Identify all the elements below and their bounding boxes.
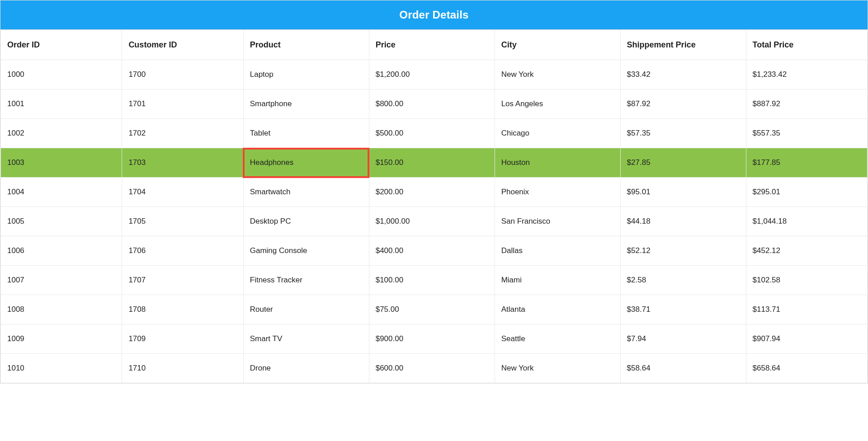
cell-shipment[interactable]: $7.94	[620, 324, 746, 354]
cell-city[interactable]: Seattle	[495, 324, 620, 354]
cell-product[interactable]: Headphones	[243, 148, 369, 178]
cell-customerId[interactable]: 1709	[122, 324, 243, 354]
cell-product[interactable]: Drone	[243, 354, 369, 383]
table-row[interactable]: 10071707Fitness Tracker$100.00Miami$2.58…	[1, 266, 868, 295]
cell-orderId[interactable]: 1010	[1, 354, 122, 383]
cell-total[interactable]: $113.71	[746, 295, 867, 324]
cell-total[interactable]: $177.85	[746, 148, 867, 178]
col-header-total[interactable]: Total Price	[746, 30, 867, 60]
cell-shipment[interactable]: $57.35	[620, 119, 746, 148]
cell-shipment[interactable]: $27.85	[620, 148, 746, 178]
cell-total[interactable]: $1,044.18	[746, 207, 867, 236]
col-header-product[interactable]: Product	[243, 30, 369, 60]
col-header-city[interactable]: City	[495, 30, 620, 60]
cell-orderId[interactable]: 1003	[1, 148, 122, 178]
cell-shipment[interactable]: $52.12	[620, 236, 746, 266]
cell-orderId[interactable]: 1000	[1, 60, 122, 89]
cell-shipment[interactable]: $38.71	[620, 295, 746, 324]
table-row[interactable]: 10101710Drone$600.00New York$58.64$658.6…	[1, 354, 868, 383]
cell-total[interactable]: $907.94	[746, 324, 867, 354]
col-header-price[interactable]: Price	[369, 30, 495, 60]
cell-total[interactable]: $557.35	[746, 119, 867, 148]
cell-product[interactable]: Fitness Tracker	[243, 266, 369, 295]
cell-city[interactable]: Phoenix	[495, 178, 620, 207]
cell-customerId[interactable]: 1708	[122, 295, 243, 324]
cell-product[interactable]: Smartwatch	[243, 178, 369, 207]
table-body: 10001700Laptop$1,200.00New York$33.42$1,…	[1, 60, 868, 383]
cell-city[interactable]: New York	[495, 354, 620, 383]
cell-shipment[interactable]: $87.92	[620, 89, 746, 119]
cell-price[interactable]: $1,000.00	[369, 207, 495, 236]
cell-total[interactable]: $658.64	[746, 354, 867, 383]
cell-price[interactable]: $75.00	[369, 295, 495, 324]
cell-price[interactable]: $1,200.00	[369, 60, 495, 89]
cell-total[interactable]: $887.92	[746, 89, 867, 119]
cell-customerId[interactable]: 1707	[122, 266, 243, 295]
cell-city[interactable]: New York	[495, 60, 620, 89]
cell-shipment[interactable]: $44.18	[620, 207, 746, 236]
cell-orderId[interactable]: 1001	[1, 89, 122, 119]
cell-city[interactable]: Miami	[495, 266, 620, 295]
cell-price[interactable]: $400.00	[369, 236, 495, 266]
cell-product[interactable]: Smart TV	[243, 324, 369, 354]
table-header: Order ID Customer ID Product Price City …	[1, 30, 868, 60]
cell-product[interactable]: Gaming Console	[243, 236, 369, 266]
cell-product[interactable]: Laptop	[243, 60, 369, 89]
cell-orderId[interactable]: 1007	[1, 266, 122, 295]
table-row[interactable]: 10061706Gaming Console$400.00Dallas$52.1…	[1, 236, 868, 266]
cell-price[interactable]: $100.00	[369, 266, 495, 295]
cell-orderId[interactable]: 1002	[1, 119, 122, 148]
cell-orderId[interactable]: 1004	[1, 178, 122, 207]
cell-orderId[interactable]: 1005	[1, 207, 122, 236]
cell-orderId[interactable]: 1006	[1, 236, 122, 266]
cell-city[interactable]: Houston	[495, 148, 620, 178]
cell-shipment[interactable]: $95.01	[620, 178, 746, 207]
cell-total[interactable]: $452.12	[746, 236, 867, 266]
cell-total[interactable]: $1,233.42	[746, 60, 867, 89]
cell-price[interactable]: $150.00	[369, 148, 495, 178]
cell-customerId[interactable]: 1706	[122, 236, 243, 266]
table-row[interactable]: 10031703Headphones$150.00Houston$27.85$1…	[1, 148, 868, 178]
cell-customerId[interactable]: 1705	[122, 207, 243, 236]
table-row[interactable]: 10041704Smartwatch$200.00Phoenix$95.01$2…	[1, 178, 868, 207]
cell-orderId[interactable]: 1009	[1, 324, 122, 354]
cell-price[interactable]: $800.00	[369, 89, 495, 119]
cell-customerId[interactable]: 1710	[122, 354, 243, 383]
cell-price[interactable]: $500.00	[369, 119, 495, 148]
cell-customerId[interactable]: 1700	[122, 60, 243, 89]
cell-product[interactable]: Smartphone	[243, 89, 369, 119]
table-row[interactable]: 10021702Tablet$500.00Chicago$57.35$557.3…	[1, 119, 868, 148]
cell-city[interactable]: San Francisco	[495, 207, 620, 236]
cell-shipment[interactable]: $2.58	[620, 266, 746, 295]
cell-customerId[interactable]: 1703	[122, 148, 243, 178]
cell-price[interactable]: $200.00	[369, 178, 495, 207]
cell-city[interactable]: Atlanta	[495, 295, 620, 324]
table-row[interactable]: 10091709Smart TV$900.00Seattle$7.94$907.…	[1, 324, 868, 354]
cell-price[interactable]: $900.00	[369, 324, 495, 354]
cell-city[interactable]: Dallas	[495, 236, 620, 266]
col-header-customer[interactable]: Customer ID	[122, 30, 243, 60]
order-details-grid: Order Details Order ID Customer ID Produ…	[0, 0, 868, 384]
order-table: Order ID Customer ID Product Price City …	[0, 30, 868, 383]
cell-shipment[interactable]: $33.42	[620, 60, 746, 89]
cell-shipment[interactable]: $58.64	[620, 354, 746, 383]
cell-orderId[interactable]: 1008	[1, 295, 122, 324]
cell-price[interactable]: $600.00	[369, 354, 495, 383]
table-row[interactable]: 10001700Laptop$1,200.00New York$33.42$1,…	[1, 60, 868, 89]
table-row[interactable]: 10011701Smartphone$800.00Los Angeles$87.…	[1, 89, 868, 119]
col-header-shipment[interactable]: Shippement Price	[620, 30, 746, 60]
col-header-orderid[interactable]: Order ID	[1, 30, 122, 60]
table-row[interactable]: 10081708Router$75.00Atlanta$38.71$113.71	[1, 295, 868, 324]
cell-total[interactable]: $102.58	[746, 266, 867, 295]
cell-city[interactable]: Chicago	[495, 119, 620, 148]
cell-customerId[interactable]: 1704	[122, 178, 243, 207]
cell-product[interactable]: Desktop PC	[243, 207, 369, 236]
cell-city[interactable]: Los Angeles	[495, 89, 620, 119]
cell-customerId[interactable]: 1701	[122, 89, 243, 119]
grid-title: Order Details	[0, 0, 868, 30]
cell-customerId[interactable]: 1702	[122, 119, 243, 148]
cell-product[interactable]: Router	[243, 295, 369, 324]
table-row[interactable]: 10051705Desktop PC$1,000.00San Francisco…	[1, 207, 868, 236]
cell-product[interactable]: Tablet	[243, 119, 369, 148]
cell-total[interactable]: $295.01	[746, 178, 867, 207]
